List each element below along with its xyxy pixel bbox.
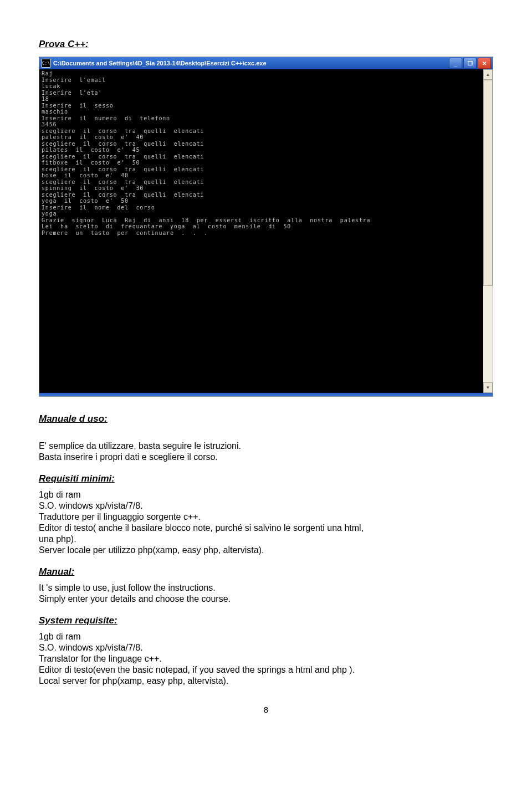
minimize-button[interactable]: _ xyxy=(449,58,462,69)
scroll-down-button[interactable]: ▼ xyxy=(483,382,493,393)
page-number: 8 xyxy=(39,705,493,714)
sys-l3: Translator for the linguage c++. xyxy=(39,654,493,664)
window-controls: _ ❐ ✕ xyxy=(449,58,493,69)
sys-l5: Local server for php(xamp, easy php, alt… xyxy=(39,676,493,686)
heading-manuale: Manuale d uso: xyxy=(39,413,493,424)
scroll-thumb[interactable] xyxy=(483,80,493,286)
sys-l2: S.O. windows xp/vista/7/8. xyxy=(39,643,493,653)
req-l2: S.O. windows xp/vista/7/8. xyxy=(39,501,493,511)
req-l4: Editor di testo( anche il basilare blocc… xyxy=(39,523,493,533)
console-output: Raj Inserire l'email lucak Inserire l'et… xyxy=(39,69,483,393)
console-body: Raj Inserire l'email lucak Inserire l'et… xyxy=(39,69,493,393)
heading-system: System requisite: xyxy=(39,615,493,626)
maximize-button[interactable]: ❐ xyxy=(463,58,477,69)
scrollbar[interactable]: ▲ ▼ xyxy=(483,69,493,393)
man-en-l1: It 's simple to use, just follow the ins… xyxy=(39,583,493,593)
sys-l4: Editor di testo(even the basic notepad, … xyxy=(39,665,493,675)
heading-prova: Prova C++: xyxy=(39,39,493,50)
heading-manual-en: Manual: xyxy=(39,566,493,577)
console-window: C:\ C:\Documents and Settings\4D_Sia 201… xyxy=(39,57,493,397)
man-en-l2: Simply enter your details and choose the… xyxy=(39,594,493,604)
req-l6: Server locale per utilizzo php(xamp, eas… xyxy=(39,545,493,555)
req-l5: una php). xyxy=(39,534,493,544)
manuale-line1: E' semplice da utilizzare, basta seguire… xyxy=(39,441,493,451)
manuale-line2: Basta inserire i propri dati e scegliere… xyxy=(39,452,493,462)
titlebar-path: C:\Documents and Settings\4D_Sia 2013-14… xyxy=(53,60,267,66)
sys-l1: 1gb di ram xyxy=(39,632,493,642)
req-l3: Traduttore per il linguaggio sorgente c+… xyxy=(39,512,493,522)
titlebar: C:\ C:\Documents and Settings\4D_Sia 201… xyxy=(39,57,493,69)
scroll-up-button[interactable]: ▲ xyxy=(483,69,493,80)
cmd-icon: C:\ xyxy=(42,59,50,68)
heading-requisiti: Requisiti minimi: xyxy=(39,473,493,484)
scroll-track[interactable] xyxy=(483,80,493,382)
req-l1: 1gb di ram xyxy=(39,490,493,500)
close-button[interactable]: ✕ xyxy=(478,58,491,69)
taskbar-edge xyxy=(39,393,493,396)
